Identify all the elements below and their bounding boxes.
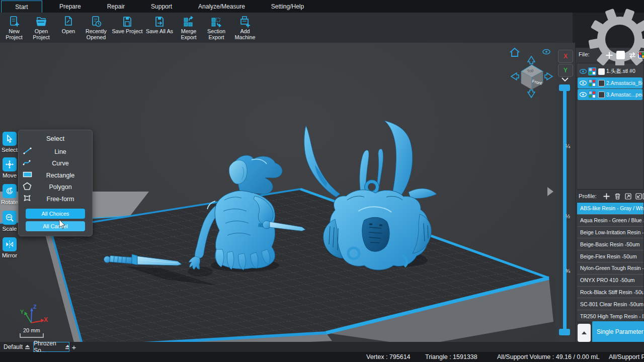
section-slider-track[interactable]	[563, 91, 567, 329]
axis-y-label: Y	[20, 309, 24, 315]
new-project-button[interactable]: New Project	[1, 13, 27, 43]
popup-option-polygon[interactable]: Polygon	[19, 182, 92, 194]
profile-item[interactable]: SC-801 Clear Resin -50um	[577, 298, 643, 310]
file-checkbox[interactable]	[598, 92, 605, 98]
tool-mirror[interactable]: Mirror	[0, 237, 21, 258]
all-cancel-button[interactable]: All Cancel	[26, 221, 85, 231]
axis-x-label: X	[44, 316, 48, 323]
menu-tab-start[interactable]: Start	[1, 1, 42, 13]
collapse-panel-button[interactable]	[578, 324, 591, 342]
visibility-eye-icon[interactable]	[579, 92, 587, 98]
machine-tab-phrozen[interactable]: Phrozen So...	[33, 342, 69, 352]
popup-option-curve[interactable]: Curve	[19, 158, 92, 170]
open-project-button[interactable]: Open Project	[27, 13, 55, 43]
save-project-button[interactable]: Save Project	[111, 13, 144, 43]
menu-tab-support[interactable]: Support	[138, 3, 185, 10]
merge-export-button[interactable]: Merge Export	[175, 13, 202, 43]
section-export-button[interactable]: Section Export	[202, 13, 230, 43]
save-all-as-icon	[153, 15, 166, 28]
swap-models-icon[interactable]	[628, 51, 636, 59]
color-swatch-icon[interactable]	[616, 51, 625, 59]
home-view-icon[interactable]	[510, 48, 519, 56]
section-slider-handle-top[interactable]	[559, 84, 570, 91]
eject-icon[interactable]	[65, 345, 69, 349]
add-file-icon[interactable]	[605, 51, 613, 59]
file-list-item[interactable]: 2.Amastacia_Bust.s	[578, 77, 642, 88]
menu-tab-prepare[interactable]: Prepare	[46, 3, 94, 10]
slider-fraction-threequarter: ¾	[566, 268, 570, 274]
mouse-cursor	[59, 220, 66, 230]
visibility-eye-icon[interactable]	[579, 80, 587, 86]
export-profile-icon[interactable]	[635, 193, 642, 200]
rotate-left-arrow[interactable]	[511, 73, 519, 80]
curve-icon	[23, 158, 33, 166]
profile-item[interactable]: Aqua Resin - Green / Blue / Gray	[577, 214, 643, 226]
popup-option-freeform[interactable]: Free-form	[19, 193, 92, 205]
tool-rotate[interactable]: Rotate	[0, 184, 21, 205]
viewport-right-strip: X Y ¼ ½ ¾	[556, 43, 575, 352]
model-color-tile-icon	[588, 90, 596, 99]
axis-z-label: Z	[33, 304, 37, 310]
menu-tab-analyze[interactable]: Analyze/Measure	[185, 3, 258, 10]
popup-option-line[interactable]: Line	[19, 146, 92, 158]
file-label: File:	[579, 51, 590, 57]
mirror-tool-icon	[5, 240, 14, 249]
profile-item[interactable]: Beige-Basic Resin -50um	[577, 238, 643, 250]
add-machine-button[interactable]: Add Machine	[230, 13, 260, 43]
section-y-button[interactable]: Y	[558, 64, 573, 77]
profile-item[interactable]: Beige-Flex Resin -50um	[577, 250, 643, 262]
polygon-icon	[23, 182, 33, 190]
panel-expand-arrow[interactable]	[547, 187, 554, 196]
open-icon	[62, 15, 75, 28]
save-all-as-button[interactable]: Save All As	[144, 13, 175, 43]
app-window: Top Front Z Y X 20 mm Start Prepare Repa…	[0, 0, 644, 362]
profile-item[interactable]: Nylon-Green Tough Resin -50um	[577, 262, 643, 274]
profile-item[interactable]: TR250 High Temp Resin - Deep	[577, 310, 643, 322]
rotate-tool-icon	[5, 187, 14, 196]
machine-tab-default[interactable]: Default	[0, 342, 33, 352]
tool-scale[interactable]: Scale	[0, 211, 21, 232]
visibility-eye-icon[interactable]	[579, 68, 587, 74]
profile-header: Profile:	[576, 191, 644, 201]
tool-select[interactable]: Select	[0, 132, 21, 153]
single-parameter-button[interactable]: Single Parameter S	[592, 321, 644, 342]
rotate-down-arrow[interactable]	[528, 90, 535, 98]
rotate-up-arrow[interactable]	[528, 56, 535, 64]
collapse-arrow-icon	[582, 331, 587, 334]
scale-tool-icon	[5, 213, 14, 222]
perspective-toggle-icon[interactable]	[543, 50, 550, 54]
select-popup: Select Line Curve Rectangle Polygon Free…	[18, 130, 93, 236]
menu-tab-repair[interactable]: Repair	[94, 3, 138, 10]
eject-icon[interactable]	[25, 345, 30, 349]
chevron-down-icon[interactable]	[561, 77, 569, 82]
rectangle-icon	[23, 170, 33, 178]
tool-move[interactable]: Move	[0, 157, 21, 178]
menu-tab-setting[interactable]: Setting/Help	[258, 3, 317, 10]
file-list-item[interactable]: 3.Amastac...pear1	[578, 89, 642, 100]
price-stat: All/Support Price : 1.47 /	[609, 353, 644, 360]
slider-fraction-half: ½	[566, 213, 570, 219]
file-list-item[interactable]: 1.头盔.stl #0	[578, 66, 642, 77]
add-profile-icon[interactable]	[603, 193, 610, 200]
all-choices-button[interactable]: All Choices	[26, 209, 85, 219]
volume-stat: All/Support Volume : 49.16 / 0.00 mL	[497, 353, 600, 360]
nav-cube[interactable]: Top Front	[521, 65, 543, 89]
freeform-icon	[23, 194, 33, 202]
section-slider-handle-bottom[interactable]	[559, 329, 570, 335]
add-machine-tab-button[interactable]: +	[69, 342, 78, 352]
section-x-button[interactable]: X	[558, 50, 573, 63]
recently-opened-button[interactable]: Recently Opened	[82, 13, 111, 43]
multicolor-icon[interactable]	[638, 51, 644, 59]
profile-item[interactable]: ONYX PRO 410 -50um	[577, 274, 643, 286]
profile-item[interactable]: Beige Low-Irritation Resin -50um	[577, 226, 643, 238]
open-button[interactable]: Open	[55, 13, 82, 43]
profile-item[interactable]: ABS-like Resin - Gray / White -50	[577, 203, 643, 214]
file-checkbox[interactable]	[598, 80, 605, 86]
import-profile-icon[interactable]	[624, 193, 632, 200]
model-color-tile-icon	[588, 67, 596, 75]
file-checkbox[interactable]	[598, 68, 605, 75]
delete-profile-icon[interactable]	[614, 193, 621, 200]
profile-item[interactable]: Rock-Black Stiff Resin -50um	[577, 286, 643, 298]
rotate-right-arrow[interactable]	[545, 73, 552, 80]
popup-option-rectangle[interactable]: Rectangle	[19, 169, 92, 182]
